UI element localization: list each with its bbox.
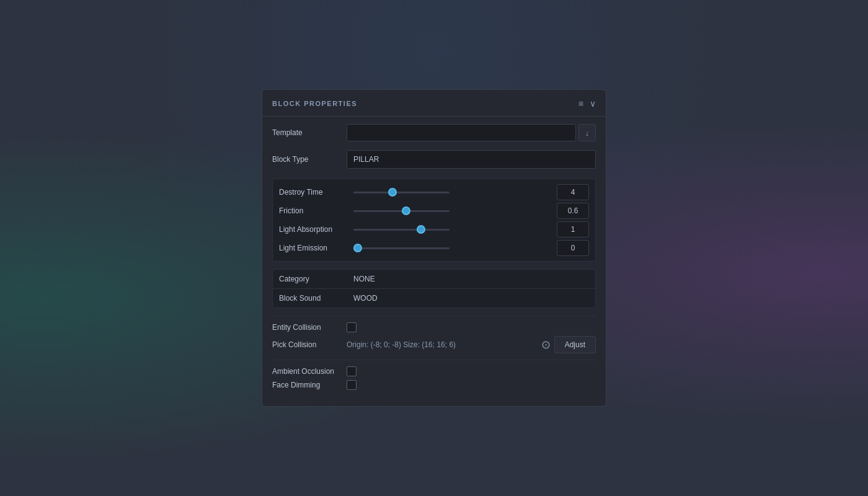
category-row: Category NONE [273, 270, 595, 289]
entity-collision-row: Entity Collision [272, 322, 596, 332]
divider-2 [272, 360, 596, 360]
panel-body: Template ↓ Block Type PILLAR Destroy Tim… [262, 117, 606, 390]
header-icons: ≡ ∨ [578, 99, 596, 108]
friction-row: Friction 0.6 [279, 203, 589, 219]
block-type-row: Block Type PILLAR [272, 150, 596, 169]
light-absorption-slider[interactable] [353, 229, 450, 231]
block-sound-label: Block Sound [273, 289, 347, 308]
light-emission-slider[interactable] [353, 247, 450, 249]
ambient-occlusion-label: Ambient Occlusion [272, 367, 347, 376]
slider-section: Destroy Time 4 Friction 0.6 Light Absorp… [272, 179, 596, 262]
destroy-time-slider[interactable] [353, 192, 450, 193]
ambient-occlusion-row: Ambient Occlusion [272, 366, 596, 376]
menu-icon[interactable]: ≡ [578, 99, 583, 108]
block-sound-row: Block Sound WOOD [273, 289, 595, 308]
light-emission-row: Light Emission 0 [279, 240, 589, 256]
template-download-button[interactable]: ↓ [578, 124, 596, 141]
destroy-time-label: Destroy Time [279, 188, 353, 197]
light-absorption-label: Light Absorption [279, 225, 353, 234]
destroy-time-value: 4 [557, 184, 589, 200]
template-input[interactable] [347, 124, 576, 141]
pick-collision-info: Origin: (-8; 0; -8) Size: (16; 16; 6) [347, 340, 541, 349]
pick-collision-label: Pick Collision [272, 340, 347, 349]
light-emission-label: Light Emission [279, 244, 353, 252]
block-sound-value[interactable]: WOOD [347, 289, 595, 308]
block-type-value: PILLAR [347, 150, 596, 169]
light-absorption-row: Light Absorption 1 [279, 221, 589, 237]
destroy-time-row: Destroy Time 4 [279, 184, 589, 200]
destroy-time-slider-wrap [353, 192, 551, 193]
target-icon[interactable]: ⊙ [541, 338, 551, 352]
pick-collision-row: Pick Collision Origin: (-8; 0; -8) Size:… [272, 336, 596, 353]
block-properties-panel: BLOCK PROPERTIES ≡ ∨ Template ↓ Block Ty… [262, 89, 606, 407]
friction-slider-wrap [353, 210, 551, 212]
collapse-icon[interactable]: ∨ [590, 99, 596, 108]
divider-1 [272, 316, 596, 316]
friction-value: 0.6 [557, 203, 589, 219]
ambient-occlusion-checkbox[interactable] [347, 366, 356, 376]
friction-slider[interactable] [353, 210, 450, 212]
category-value[interactable]: NONE [347, 270, 595, 288]
face-dimming-checkbox[interactable] [347, 380, 356, 390]
light-emission-slider-wrap [353, 247, 551, 249]
panel-header: BLOCK PROPERTIES ≡ ∨ [262, 90, 606, 117]
category-label: Category [273, 270, 347, 288]
entity-collision-checkbox[interactable] [347, 322, 356, 332]
friction-label: Friction [279, 206, 353, 215]
entity-collision-label: Entity Collision [272, 323, 347, 332]
template-row: Template ↓ [272, 124, 596, 141]
face-dimming-row: Face Dimming [272, 380, 596, 390]
face-dimming-label: Face Dimming [272, 381, 347, 389]
adjust-button[interactable]: Adjust [554, 336, 596, 353]
panel-title: BLOCK PROPERTIES [272, 100, 357, 107]
block-type-label: Block Type [272, 155, 347, 164]
light-emission-value: 0 [557, 240, 589, 256]
pick-collision-icons: ⊙ Adjust [541, 336, 596, 353]
template-label: Template [272, 128, 347, 137]
select-section: Category NONE Block Sound WOOD [272, 269, 596, 308]
light-absorption-slider-wrap [353, 229, 551, 231]
template-input-wrap: ↓ [347, 124, 596, 141]
light-absorption-value: 1 [557, 221, 589, 237]
